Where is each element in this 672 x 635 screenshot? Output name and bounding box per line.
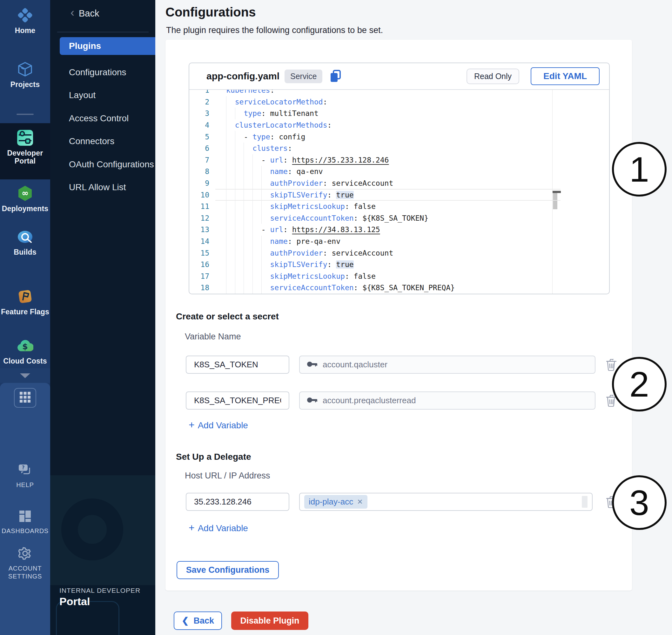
yaml-token-key: url — [270, 156, 284, 164]
disable-plugin-button[interactable]: Disable Plugin — [231, 612, 308, 630]
yaml-line-15: 15 authProvider: serviceAccount — [189, 247, 609, 259]
secondary-nav-item-url-allow-list[interactable]: URL Allow List — [50, 178, 155, 196]
yaml-token-url: https://35.233.128.246 — [292, 156, 389, 164]
secondary-nav-item-configurations[interactable]: Configurations — [50, 64, 155, 81]
secret-selector[interactable]: account.qacluster — [299, 356, 595, 374]
line-number: 5 — [189, 133, 215, 141]
yaml-token-key: clusterLocatorMethods — [235, 121, 327, 129]
harness-logo-icon — [17, 7, 33, 23]
sidebar-item-cloud-costs[interactable]: $ Cloud Costs — [0, 337, 50, 365]
sidebar-item-label: Projects — [10, 80, 40, 88]
read-only-badge: Read Only — [467, 69, 519, 84]
yaml-token-key: type — [244, 109, 261, 117]
yaml-token-value: : — [327, 121, 331, 129]
yaml-token-value: : — [261, 109, 270, 117]
sidebar-item-dashboards[interactable]: DASHBOARDS — [0, 510, 50, 535]
yaml-token-key: url — [270, 225, 284, 234]
trash-icon — [606, 357, 617, 372]
yaml-token-value: multiTenant — [270, 109, 318, 117]
line-number: 12 — [189, 214, 215, 222]
secondary-nav-item-layout[interactable]: Layout — [50, 86, 155, 104]
svg-text:∞: ∞ — [22, 188, 28, 198]
yaml-token-key: skipTLSVerify — [270, 191, 327, 199]
yaml-code-area[interactable]: 1 kubernetes:2 serviceLocatorMethod:3 ty… — [189, 90, 609, 294]
yaml-token-value: qa-env — [297, 167, 323, 176]
dashboards-icon — [19, 510, 31, 524]
yaml-line-5: 5 - type: config — [189, 131, 609, 143]
yaml-token-value: : — [283, 156, 292, 164]
save-configurations-button[interactable]: Save Configurations — [177, 561, 279, 579]
help-chat-icon: ? — [18, 464, 32, 478]
add-variable-label: Add Variable — [198, 523, 248, 533]
secondary-nav-item-connectors[interactable]: Connectors — [50, 132, 155, 150]
yaml-token-value: : — [288, 167, 297, 176]
yaml-line-4: 4 clusterLocatorMethods: — [189, 119, 609, 131]
yaml-token-value: true — [336, 260, 353, 269]
yaml-line-16: 16 skipTLSVerify: true — [189, 259, 609, 270]
yaml-token-key: serviceLocatorMethod — [235, 98, 323, 106]
editor-overview-mark — [552, 191, 561, 193]
annotation-circle-2: 2 — [612, 357, 667, 412]
portal-footer: INTERNAL DEVELOPER Portal — [59, 587, 140, 608]
add-variable-link-secrets[interactable]: + Add Variable — [189, 419, 248, 431]
yaml-token-value: false — [354, 272, 376, 280]
secret-selector[interactable]: account.preqaclusterread — [299, 392, 595, 410]
secret-value: account.qacluster — [323, 360, 387, 370]
module-picker-button[interactable] — [14, 388, 36, 408]
yaml-token-value: - — [244, 133, 253, 141]
yaml-token-value: - — [261, 225, 270, 234]
yaml-line-11: 11 skipMetricsLookup: false — [189, 201, 609, 213]
sidebar-item-feature-flags[interactable]: Feature Flags — [0, 288, 50, 315]
secondary-nav-item-plugins[interactable]: Plugins — [60, 37, 155, 55]
editor-header: app-config.yaml Service Read Only Edit Y… — [189, 63, 609, 90]
projects-cube-icon — [17, 61, 33, 78]
close-icon[interactable]: ✕ — [357, 498, 363, 506]
variable-name-input[interactable] — [186, 392, 289, 410]
grid-icon — [20, 392, 30, 404]
sidebar-item-account-settings[interactable]: ACCOUNTSETTINGS — [0, 547, 50, 581]
sidebar-item-deployments[interactable]: ∞ Deployments — [0, 185, 50, 213]
yaml-line-7: 7 - url: https://35.233.128.246 — [189, 154, 609, 166]
sidebar-item-label: HELP — [16, 481, 34, 489]
delegate-tag-chip: idp-play-acc ✕ — [304, 495, 367, 509]
yaml-token-value: : — [327, 191, 336, 199]
plus-icon: + — [189, 419, 195, 431]
editor-scrollbar-thumb[interactable] — [553, 191, 557, 209]
line-number: 4 — [189, 121, 215, 129]
host-url-input[interactable] — [186, 493, 289, 511]
yaml-line-17: 17 skipMetricsLookup: false — [189, 270, 609, 282]
edit-yaml-button[interactable]: Edit YAML — [531, 67, 600, 85]
line-number: 11 — [189, 202, 215, 211]
key-icon — [307, 397, 318, 404]
yaml-line-6: 6 clusters: — [189, 143, 609, 154]
yaml-token-value: : — [270, 90, 275, 94]
sidebar-item-projects[interactable]: Projects — [0, 61, 50, 88]
yaml-line-1: 1 kubernetes: — [189, 90, 609, 96]
back-button[interactable]: ❮ Back — [174, 612, 222, 630]
deployments-icon: ∞ — [17, 185, 33, 202]
add-variable-link-delegate[interactable]: + Add Variable — [189, 522, 248, 534]
sidebar-item-home[interactable]: Home — [0, 7, 50, 34]
sidebar-item-builds[interactable]: Builds — [0, 228, 50, 256]
yaml-line-13: 13 - url: https://34.83.13.125 — [189, 224, 609, 236]
sidebar-item-label: DeveloperPortal — [7, 149, 43, 165]
configurations-card: app-config.yaml Service Read Only Edit Y… — [166, 40, 632, 591]
nav-divider — [17, 114, 34, 115]
sidebar-item-developer-portal[interactable]: DeveloperPortal — [0, 130, 50, 165]
sidebar-item-label: Home — [15, 26, 36, 34]
variable-name-input[interactable] — [186, 356, 289, 374]
sidebar-collapse-chevron[interactable] — [0, 368, 50, 383]
sidebar-item-help[interactable]: ? HELP — [0, 464, 50, 489]
cloud-costs-icon: $ — [17, 337, 33, 354]
secondary-nav-item-access-control[interactable]: Access Control — [50, 110, 155, 127]
secondary-nav-divider — [57, 32, 149, 32]
delegate-tags-field[interactable]: idp-play-acc ✕ — [299, 493, 592, 511]
back-button-label: Back — [194, 616, 214, 626]
copy-icon[interactable] — [330, 70, 341, 83]
yaml-token-value: pre-qa-env — [297, 237, 341, 245]
yaml-token-value: : — [323, 98, 327, 106]
svg-text:?: ? — [22, 465, 25, 470]
yaml-token-value: : — [345, 202, 354, 211]
back-nav-link[interactable]: ‹ Back — [70, 8, 99, 19]
secondary-nav-item-oauth-configurations[interactable]: OAuth Configurations — [50, 156, 155, 173]
